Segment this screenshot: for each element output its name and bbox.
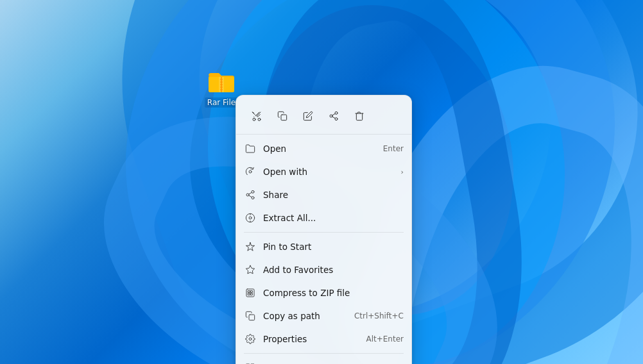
svg-rect-29 <box>248 291 250 293</box>
pin-to-start-label: Pin to Start <box>263 242 404 252</box>
separator-1 <box>244 232 404 233</box>
svg-point-18 <box>252 190 254 193</box>
share-icon <box>244 188 257 201</box>
compress-icon <box>244 286 257 299</box>
menu-item-open-with[interactable]: Open with › <box>236 160 411 183</box>
pin-icon <box>244 240 257 253</box>
svg-marker-27 <box>246 265 254 274</box>
separator-2 <box>244 353 404 354</box>
menu-item-properties[interactable]: Properties Alt+Enter <box>236 327 411 351</box>
file-icon-label: Rar File <box>205 97 238 108</box>
extract-icon <box>244 211 257 224</box>
svg-rect-33 <box>249 315 255 320</box>
cut-button[interactable] <box>245 104 268 128</box>
rar-file-icon <box>206 64 237 95</box>
context-menu-icon-bar <box>236 101 411 135</box>
svg-rect-30 <box>251 291 253 293</box>
open-with-label: Open with <box>263 167 401 177</box>
svg-point-19 <box>246 194 249 196</box>
menu-item-copy-as-path[interactable]: Copy as path Ctrl+Shift+C <box>236 304 411 327</box>
favorites-icon <box>244 263 257 276</box>
copy-button[interactable] <box>271 104 294 128</box>
svg-line-16 <box>332 113 336 115</box>
svg-point-14 <box>335 118 338 120</box>
svg-rect-28 <box>246 289 254 297</box>
extract-all-label: Extract All... <box>263 213 404 223</box>
svg-point-12 <box>335 112 338 114</box>
svg-point-10 <box>258 118 261 120</box>
svg-rect-11 <box>281 115 287 120</box>
delete-button[interactable] <box>348 104 371 128</box>
menu-item-share[interactable]: Share <box>236 183 411 206</box>
svg-line-15 <box>332 117 336 119</box>
svg-point-13 <box>330 115 332 117</box>
open-with-icon <box>244 165 257 178</box>
svg-point-17 <box>249 170 252 173</box>
more-options-icon <box>244 361 257 364</box>
svg-point-34 <box>249 338 252 340</box>
svg-rect-31 <box>248 294 250 295</box>
open-with-arrow: › <box>401 168 404 176</box>
menu-item-show-more-options[interactable]: Show more options <box>236 356 411 364</box>
menu-item-open[interactable]: Open Enter <box>236 137 411 160</box>
menu-item-extract-all[interactable]: Extract All... <box>236 206 411 229</box>
share-button[interactable] <box>322 104 345 128</box>
copy-as-path-shortcut: Ctrl+Shift+C <box>354 311 404 320</box>
open-label: Open <box>263 144 383 154</box>
svg-point-24 <box>249 217 252 219</box>
svg-line-22 <box>249 192 252 194</box>
share-label: Share <box>263 190 404 200</box>
path-icon <box>244 310 257 322</box>
compress-zip-label: Compress to ZIP file <box>263 288 404 298</box>
context-menu: Open Enter Open with › Share <box>236 95 412 364</box>
properties-label: Properties <box>263 334 366 344</box>
copy-as-path-label: Copy as path <box>263 311 354 321</box>
properties-icon <box>244 333 257 345</box>
menu-item-pin-to-start[interactable]: Pin to Start <box>236 235 411 258</box>
add-to-favorites-label: Add to Favorites <box>263 265 404 275</box>
menu-item-compress-zip[interactable]: Compress to ZIP file <box>236 281 411 304</box>
properties-shortcut: Alt+Enter <box>366 335 404 343</box>
svg-point-9 <box>253 118 255 120</box>
svg-line-21 <box>249 195 252 197</box>
rename-button[interactable] <box>296 104 320 128</box>
svg-point-20 <box>252 197 254 199</box>
open-shortcut: Enter <box>383 144 404 153</box>
menu-item-add-to-favorites[interactable]: Add to Favorites <box>236 258 411 281</box>
open-icon <box>244 142 257 155</box>
svg-rect-32 <box>251 294 253 295</box>
